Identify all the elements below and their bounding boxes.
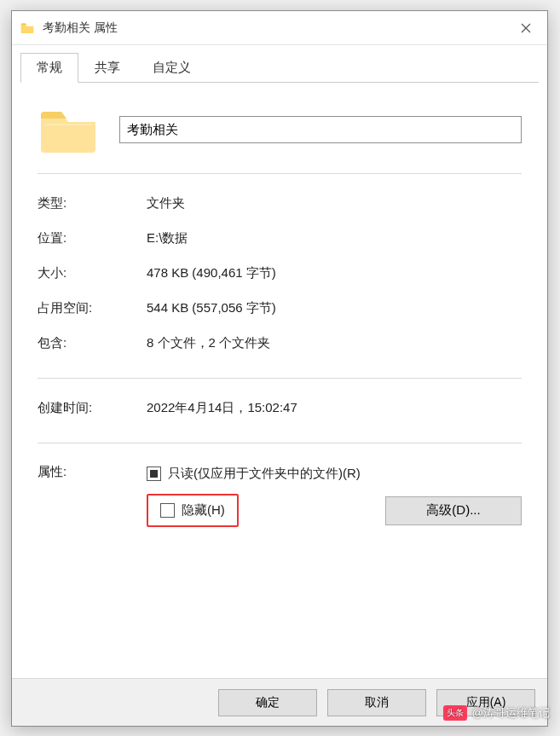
label-size: 大小: bbox=[38, 265, 147, 281]
label-attributes: 属性: bbox=[38, 464, 147, 527]
hidden-checkbox-row[interactable]: 隐藏(H) bbox=[147, 494, 239, 527]
ok-button[interactable]: 确定 bbox=[218, 689, 317, 716]
folder-large-icon bbox=[38, 103, 99, 156]
titlebar: 考勤相关 属性 bbox=[12, 11, 547, 45]
label-contains: 包含: bbox=[38, 335, 147, 351]
label-location: 位置: bbox=[38, 230, 147, 246]
label-type: 类型: bbox=[38, 195, 147, 212]
value-type: 文件夹 bbox=[147, 195, 522, 212]
dialog-button-bar: 确定 取消 应用(A) bbox=[12, 678, 547, 726]
value-contains: 8 个文件，2 个文件夹 bbox=[147, 335, 522, 351]
apply-button[interactable]: 应用(A) bbox=[436, 689, 535, 716]
folder-icon bbox=[20, 22, 34, 34]
readonly-checkbox-row[interactable]: 只读(仅应用于文件夹中的文件)(R) bbox=[147, 464, 522, 484]
readonly-label: 只读(仅应用于文件夹中的文件)(R) bbox=[168, 466, 361, 482]
tab-strip: 常规 共享 自定义 bbox=[20, 52, 539, 83]
value-size: 478 KB (490,461 字节) bbox=[147, 265, 522, 281]
cancel-button[interactable]: 取消 bbox=[327, 689, 426, 716]
hidden-checkbox-icon bbox=[160, 503, 175, 518]
value-location: E:\数据 bbox=[147, 230, 522, 246]
general-panel: 类型:文件夹 位置:E:\数据 大小:478 KB (490,461 字节) 占… bbox=[20, 83, 539, 678]
value-created: 2022年4月14日，15:02:47 bbox=[147, 400, 522, 416]
hidden-label: 隐藏(H) bbox=[182, 502, 225, 519]
tab-custom[interactable]: 自定义 bbox=[136, 53, 207, 83]
label-size-on-disk: 占用空间: bbox=[38, 300, 147, 316]
tab-share[interactable]: 共享 bbox=[78, 53, 136, 83]
readonly-checkbox-icon bbox=[147, 467, 161, 481]
tab-general[interactable]: 常规 bbox=[20, 53, 78, 83]
properties-dialog: 考勤相关 属性 常规 共享 自定义 类型:文件夹 位置:E:\数据 大小:478… bbox=[11, 10, 548, 727]
window-title: 考勤相关 属性 bbox=[43, 20, 506, 36]
close-button[interactable] bbox=[506, 14, 546, 42]
folder-name-input[interactable] bbox=[119, 116, 522, 143]
label-created: 创建时间: bbox=[38, 400, 147, 416]
advanced-button[interactable]: 高级(D)... bbox=[385, 496, 522, 525]
value-size-on-disk: 544 KB (557,056 字节) bbox=[147, 300, 522, 316]
